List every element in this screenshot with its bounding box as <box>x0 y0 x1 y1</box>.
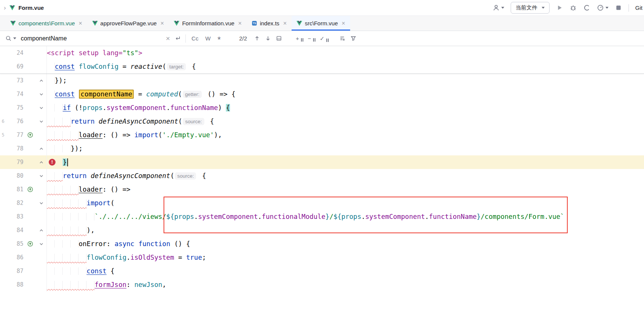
code-text[interactable]: if (!props.systemComponent.functionName)… <box>47 101 644 115</box>
line-number[interactable]: 85 <box>6 237 24 251</box>
line-number[interactable]: 73 <box>6 74 24 87</box>
code-token: . <box>258 213 262 220</box>
tab-close-icon[interactable]: × <box>283 20 287 26</box>
line-number[interactable]: 86 <box>6 251 24 264</box>
line-number[interactable]: 74 <box>6 87 24 101</box>
fold-down-icon[interactable] <box>39 242 44 246</box>
code-line-82: 82 import( <box>0 196 644 210</box>
code-text[interactable]: loader: () => import('./Empty.vue'), <box>47 128 644 142</box>
line-number[interactable]: 77 <box>6 128 24 142</box>
line-number[interactable]: 75 <box>6 101 24 115</box>
dropdown-caret-icon <box>542 7 545 9</box>
indent-whitespace <box>47 254 86 261</box>
add-occurrence-icon[interactable]: + <box>296 35 303 42</box>
matched-brace: } <box>63 158 67 166</box>
stop-icon[interactable] <box>615 4 622 11</box>
code-token: ( <box>111 199 115 207</box>
search-input[interactable]: componentName <box>21 35 161 42</box>
tab-close-icon[interactable]: × <box>238 20 242 26</box>
tab-components-form-vue[interactable]: components\Form.vue× <box>5 16 87 31</box>
fold-slot <box>36 142 47 155</box>
code-text[interactable]: }); <box>47 142 644 155</box>
code-text[interactable]: const flowConfig = reactive(target: { <box>47 60 644 73</box>
tab-src-form-vue[interactable]: src\Form.vue× <box>292 16 350 31</box>
debug-icon[interactable] <box>570 4 577 11</box>
previous-match-icon[interactable] <box>254 35 260 42</box>
fold-slot <box>36 155 47 169</box>
filter-icon[interactable] <box>350 35 357 42</box>
tab-close-icon[interactable]: × <box>161 20 164 26</box>
line-number[interactable]: 88 <box>6 278 24 291</box>
tab-close-icon[interactable]: × <box>79 20 82 26</box>
line-number[interactable]: 78 <box>6 142 24 155</box>
newline-icon[interactable] <box>175 35 181 42</box>
code-token: }); <box>71 145 83 152</box>
fold-down-icon[interactable] <box>39 92 44 97</box>
profiler-icon[interactable] <box>597 4 608 11</box>
recursive-call-icon[interactable] <box>27 132 33 138</box>
code-text[interactable]: onError: async function () { <box>47 237 644 251</box>
search-icon[interactable] <box>5 35 16 42</box>
fold-down-icon[interactable] <box>39 174 44 178</box>
fold-down-icon[interactable] <box>39 119 44 124</box>
line-number[interactable]: 79 <box>6 155 24 169</box>
code-text[interactable]: <script setup lang="ts"> <box>47 46 644 60</box>
indent-whitespace <box>47 131 79 139</box>
clear-search-icon[interactable]: × <box>166 35 170 42</box>
editor[interactable]: 24<script setup lang="ts">69 const flowC… <box>0 46 644 310</box>
line-number[interactable]: 24 <box>6 46 24 60</box>
line-number[interactable]: 87 <box>6 264 24 278</box>
line-number[interactable]: 82 <box>6 196 24 210</box>
recursive-call-icon[interactable] <box>27 186 33 192</box>
fold-up-icon[interactable] <box>39 146 44 151</box>
code-text[interactable]: }! <box>47 155 644 169</box>
search-options-icon[interactable] <box>339 35 346 42</box>
line-number[interactable]: 76 <box>6 115 24 128</box>
tab-index-ts[interactable]: TSindex.ts× <box>247 16 292 31</box>
line-number[interactable]: 69 <box>6 60 24 73</box>
code-text[interactable]: `./../../../views/${props.systemComponen… <box>47 210 644 223</box>
code-token: props <box>83 104 103 112</box>
open-results-in-tool-window-icon[interactable] <box>276 35 282 42</box>
line-number[interactable]: 80 <box>6 169 24 183</box>
fold-down-icon[interactable] <box>39 201 44 206</box>
tab-approveflowpage-vue[interactable]: approveFlowPage.vue× <box>87 16 169 31</box>
fold-up-icon[interactable] <box>39 78 44 83</box>
fold-down-icon[interactable] <box>39 105 44 110</box>
tab-forminformation-vue[interactable]: FormInformation.vue× <box>169 16 247 31</box>
tab-label: src\Form.vue <box>305 20 338 26</box>
select-all-occurrences-icon[interactable]: ✓ <box>320 35 329 42</box>
code-text[interactable]: }); <box>47 74 644 87</box>
code-text[interactable]: return defineAsyncComponent(source: { <box>47 169 644 183</box>
code-text[interactable]: flowConfig.isOldSystem = true; <box>47 251 644 264</box>
code-text[interactable]: import( <box>47 196 644 210</box>
tab-close-icon[interactable]: × <box>341 20 345 26</box>
recursive-call-icon[interactable] <box>27 241 33 247</box>
coverage-icon[interactable] <box>583 4 590 11</box>
whole-words-toggle[interactable]: W <box>204 35 212 42</box>
line-number[interactable]: 83 <box>6 210 24 223</box>
fold-up-icon[interactable] <box>39 160 44 165</box>
user-icon[interactable] <box>493 4 504 11</box>
code-text[interactable]: loader: () => <box>47 183 644 196</box>
match-case-toggle[interactable]: Cc <box>190 35 199 42</box>
code-text[interactable]: const { <box>47 264 644 278</box>
code-text[interactable]: ), <box>47 223 644 237</box>
indent-whitespace <box>47 213 94 220</box>
code-text[interactable]: formJson: newJson, <box>47 278 644 291</box>
fold-up-icon[interactable] <box>39 228 44 233</box>
regex-toggle[interactable]: * <box>216 35 222 45</box>
line-number[interactable]: 81 <box>6 183 24 196</box>
code-text[interactable]: return defineAsyncComponent(source: { <box>47 115 644 128</box>
remove-occurrence-icon[interactable]: − <box>308 35 315 42</box>
code-token: systemComponent <box>107 104 166 112</box>
run-icon[interactable] <box>556 4 563 11</box>
code-line-24: 24<script setup lang="ts"> <box>0 46 644 60</box>
indent-whitespace <box>47 145 71 152</box>
git-menu[interactable]: Git <box>635 5 642 11</box>
code-token: functionName <box>429 213 477 220</box>
next-match-icon[interactable] <box>265 35 271 42</box>
run-config-selector[interactable]: 当前文件 <box>511 2 550 14</box>
code-text[interactable]: const componentName = computed(getter: (… <box>47 87 644 101</box>
line-number[interactable]: 84 <box>6 223 24 237</box>
